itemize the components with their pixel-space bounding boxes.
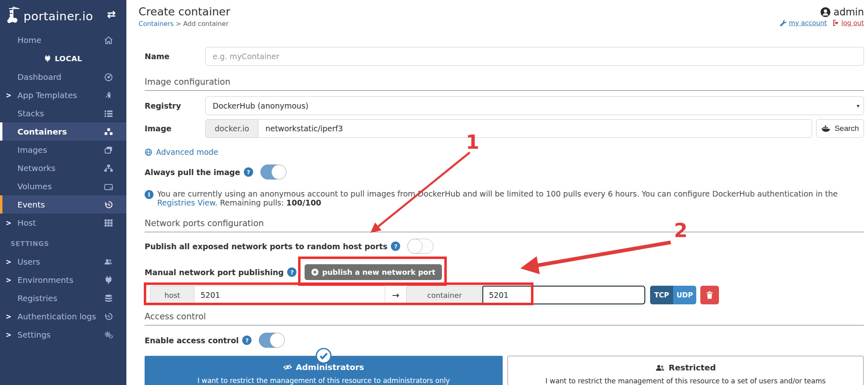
protocol-toggle-group: TCP UDP <box>650 286 696 304</box>
sidebar-item-settings[interactable]: > Settings <box>0 325 126 344</box>
tcp-button[interactable]: TCP <box>650 286 673 304</box>
restricted-title: Restricted <box>669 363 716 372</box>
registry-select[interactable]: DockerHub (anonymous) ▾ <box>205 96 864 115</box>
image-input[interactable] <box>258 119 812 138</box>
username: admin <box>834 6 864 18</box>
main-panel: Create container Containers > Add contai… <box>126 0 868 385</box>
user-circle-icon <box>820 7 831 17</box>
help-icon[interactable]: ? <box>391 242 400 251</box>
chevron-right-icon: > <box>6 276 11 284</box>
help-icon[interactable]: ? <box>287 267 296 277</box>
log-out-link[interactable]: log out <box>832 19 864 27</box>
sidebar-item-images[interactable]: Images <box>0 141 126 159</box>
sidebar-item-containers[interactable]: Containers <box>0 122 126 141</box>
sidebar-item-networks[interactable]: Networks <box>0 159 126 177</box>
portainer-app: portainer.io ⇄ Home LOCAL Dashboard > Ap… <box>0 0 868 385</box>
image-row: Image docker.io Search <box>145 119 864 138</box>
name-label: Name <box>145 52 205 61</box>
plus-circle-icon <box>311 268 319 276</box>
registry-label: Registry <box>145 101 205 110</box>
help-icon[interactable]: ? <box>244 167 253 177</box>
name-row: Name <box>145 47 864 66</box>
sidebar-item-host[interactable]: > Host <box>0 214 126 232</box>
my-account-link[interactable]: my account <box>780 19 827 27</box>
port-mapping-row: host → container TCP UDP <box>150 286 864 304</box>
sidebar-item-users[interactable]: > Users <box>0 252 126 271</box>
note-text: You are currently using an anonymous acc… <box>157 189 838 198</box>
sidebar: portainer.io ⇄ Home LOCAL Dashboard > Ap… <box>0 0 126 385</box>
always-pull-label: Always pull the image <box>145 168 240 177</box>
history-icon <box>104 200 113 209</box>
sidebar-item-environments[interactable]: > Environments <box>0 271 126 289</box>
endpoint-label: LOCAL <box>55 54 82 63</box>
publish-new-port-button[interactable]: publish a new network port <box>305 264 442 280</box>
sitemap-icon <box>104 164 113 173</box>
container-port-input[interactable] <box>482 286 645 304</box>
advanced-mode-row: Advanced mode <box>145 148 864 156</box>
sidebar-item-home[interactable]: Home <box>0 31 126 49</box>
remaining-pulls-value: 100/100 <box>286 198 321 207</box>
host-port-addon: host <box>150 286 194 304</box>
select-caret-icon: ▾ <box>857 103 859 109</box>
page-header: Create container Containers > Add contai… <box>126 0 868 31</box>
administrators-option[interactable]: Administrators I want to restrict the ma… <box>145 356 503 385</box>
enable-access-control-row: Enable access control ? <box>145 333 864 348</box>
always-pull-row: Always pull the image ? <box>145 165 864 180</box>
search-button[interactable]: Search <box>816 119 864 138</box>
dashboard-icon <box>104 73 113 81</box>
docker-whale-icon <box>821 125 831 133</box>
home-icon <box>104 36 113 45</box>
breadcrumb-containers-link[interactable]: Containers <box>139 20 174 28</box>
portainer-logo[interactable]: portainer.io <box>7 5 93 23</box>
user-box: admin my account log out <box>780 5 864 28</box>
portainer-crane-icon <box>7 5 23 23</box>
grid-icon <box>104 218 113 227</box>
database-icon <box>104 294 113 303</box>
wrench-icon <box>780 19 787 26</box>
page-title: Create container <box>139 5 230 18</box>
access-control-options: Administrators I want to restrict the ma… <box>145 356 864 385</box>
sidebar-item-dashboard[interactable]: Dashboard <box>0 68 126 86</box>
section-image-configuration: Image configuration <box>145 77 864 91</box>
host-port-input[interactable] <box>194 286 385 304</box>
hdd-icon <box>104 182 113 191</box>
manual-publishing-label: Manual network port publishing <box>145 268 284 277</box>
udp-button[interactable]: UDP <box>673 286 696 304</box>
brand-name: portainer.io <box>23 9 93 23</box>
users-icon <box>655 364 665 371</box>
publish-new-port-label: publish a new network port <box>322 268 435 276</box>
enable-access-control-label: Enable access control <box>145 336 239 345</box>
sidebar-item-volumes[interactable]: Volumes <box>0 177 126 195</box>
sidebar-item-stacks[interactable]: Stacks <box>0 104 126 122</box>
name-input[interactable] <box>205 47 864 66</box>
plug-icon <box>44 55 51 62</box>
access-control-toggle[interactable] <box>259 333 285 348</box>
administrators-desc: I want to restrict the management of thi… <box>145 376 503 385</box>
remove-port-button[interactable] <box>700 286 719 304</box>
image-registry-prefix: docker.io <box>205 119 258 138</box>
chevron-right-icon: > <box>6 258 11 266</box>
sidebar-item-app-templates[interactable]: > App Templates <box>0 86 126 104</box>
publish-all-toggle[interactable] <box>407 239 433 254</box>
cubes-icon <box>104 127 113 136</box>
registry-selected-value: DockerHub (anonymous) <box>213 101 308 110</box>
publish-all-row: Publish all exposed network ports to ran… <box>145 239 864 254</box>
image-label: Image <box>145 124 205 133</box>
history-icon <box>104 312 113 321</box>
sidebar-item-registries[interactable]: Registries <box>0 289 126 307</box>
advanced-mode-link[interactable]: Advanced mode <box>156 148 218 156</box>
always-pull-toggle[interactable] <box>260 165 286 180</box>
endpoint-local[interactable]: LOCAL <box>0 49 126 68</box>
sidebar-item-authentication-logs[interactable]: > Authentication logs <box>0 307 126 325</box>
registry-row: Registry DockerHub (anonymous) ▾ <box>145 96 864 115</box>
chevron-right-icon: > <box>6 91 11 99</box>
collapse-sidebar-icon[interactable]: ⇄ <box>107 8 116 20</box>
container-port-addon: container <box>406 286 482 304</box>
registries-view-link[interactable]: Registries View <box>157 198 215 207</box>
restricted-option[interactable]: Restricted I want to restrict the manage… <box>508 356 864 385</box>
chevron-right-icon: > <box>6 331 11 339</box>
logo-row: portainer.io ⇄ <box>0 0 126 28</box>
help-icon[interactable]: ? <box>242 336 252 345</box>
settings-section-label: SETTINGS <box>0 232 126 252</box>
sidebar-item-events[interactable]: Events <box>0 195 126 214</box>
